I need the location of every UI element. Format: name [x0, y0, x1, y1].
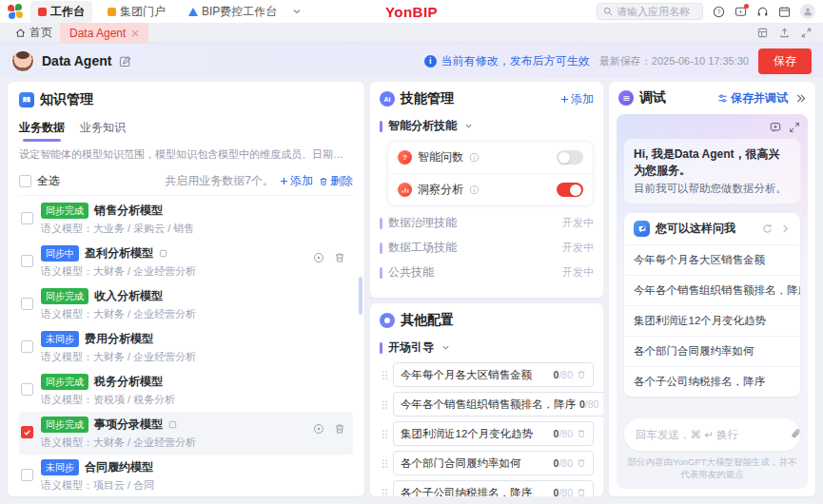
smart-query-icon: ? — [398, 150, 412, 165]
prompt-row: 今年各个销售组织销售额排名，降序 0/80 — [382, 392, 594, 417]
model-checkbox[interactable] — [21, 212, 33, 224]
add-skill-button[interactable]: 添加 — [560, 91, 594, 107]
tabs-chevron-down-icon[interactable] — [292, 7, 302, 16]
select-all-checkbox[interactable] — [19, 175, 31, 187]
refresh-icon[interactable] — [762, 223, 773, 234]
page-title: Data Agent — [42, 53, 111, 68]
group-portal-tab[interactable]: 集团门户 — [100, 1, 173, 23]
prompt-input[interactable]: 集团利润近12个月变化趋势 0/80 — [393, 421, 594, 446]
model-row[interactable]: 未同步费用分析模型 语义模型：大财务 / 企业经营分析 — [19, 326, 353, 369]
top-bar: 工作台 集团门户 BIP费控工作台 YonBIP ? — [0, 0, 823, 23]
model-settings-icon[interactable] — [313, 252, 324, 263]
welcome-message: Hi, 我是Data Agent，很高兴为您服务。 目前我可以帮助您做数据分析。 — [624, 139, 800, 204]
suggestion-item[interactable]: 各个部门合同履约率如何 — [624, 336, 800, 366]
model-row[interactable]: 同步完成收入分析模型 语义模型：大财务 / 企业经营分析 — [19, 283, 353, 326]
chevron-right-icon[interactable] — [780, 223, 791, 234]
save-button[interactable]: 保存 — [758, 48, 812, 74]
new-conversation-icon[interactable] — [770, 122, 781, 133]
locked-skill-row: 公共技能 开发中 — [380, 264, 594, 281]
prompt-delete-icon[interactable] — [602, 399, 603, 409]
knowledge-tabs: 业务数据 业务知识 — [19, 120, 353, 142]
suggestion-item[interactable]: 今年各个销售组织销售额排名，降序 — [624, 275, 800, 305]
model-row[interactable]: 同步完成税务分析模型 语义模型：资税项 / 税务分析 — [19, 369, 353, 412]
skills-panel: AI 技能管理 添加 智能分析技能 ? 智能问数 — [370, 82, 603, 298]
model-checkbox-checked[interactable] — [21, 426, 33, 438]
sync-status-badge: 同步完成 — [41, 417, 88, 433]
suggestion-item[interactable]: 集团利润近12个月变化趋势 — [624, 305, 800, 336]
help-icon[interactable]: ? — [713, 6, 725, 18]
ask-me-icon — [634, 221, 650, 237]
app-search[interactable] — [597, 3, 703, 20]
data-agent-tab[interactable]: Data Agent — [60, 23, 148, 43]
model-checkbox[interactable] — [21, 469, 33, 481]
suggestion-item[interactable]: 各个子公司纳税排名，降序 — [624, 366, 800, 397]
prompt-input[interactable]: 各个部门合同履约率如何 0/80 — [393, 451, 594, 475]
model-delete-icon[interactable] — [334, 252, 345, 263]
prompt-input[interactable]: 各个子公司纳税排名，降序 0/80 — [393, 480, 594, 496]
home-icon — [15, 28, 26, 38]
plus-icon — [560, 95, 569, 104]
message-icon[interactable] — [735, 6, 747, 18]
info-circle-icon[interactable] — [469, 152, 480, 163]
smart-query-toggle[interactable] — [557, 150, 583, 165]
model-row[interactable]: 同步完成销售分析模型 语义模型：大业务 / 采购云 / 销售 — [19, 198, 353, 241]
opening-guide-header[interactable]: 开场引导 — [380, 339, 594, 356]
prompt-delete-icon[interactable] — [577, 458, 586, 468]
knowledge-icon — [19, 92, 34, 107]
chat-input[interactable] — [636, 429, 782, 440]
collapse-panel-icon[interactable] — [795, 93, 806, 104]
suggestion-item[interactable]: 今年每个月各大区销售金额 — [624, 244, 800, 275]
attachment-icon[interactable] — [790, 429, 802, 441]
drag-handle-icon[interactable] — [382, 458, 388, 469]
model-checkbox[interactable] — [21, 255, 33, 267]
home-tab[interactable]: 首页 — [8, 23, 60, 43]
prompt-delete-icon[interactable] — [577, 488, 586, 496]
model-delete-icon[interactable] — [334, 423, 345, 435]
expand-chat-icon[interactable] — [789, 122, 800, 133]
model-settings-icon[interactable] — [313, 423, 324, 435]
model-row-selected[interactable]: 同步完成事项分录模型 语义模型：大财务 / 企业经营分析 — [19, 412, 353, 455]
prompt-list: 今年每个月各大区销售金额 0/80 今年各个销售组织销售额排名，降序 0/80 — [382, 362, 594, 496]
drag-handle-icon[interactable] — [382, 488, 388, 497]
save-and-debug-button[interactable]: 保存并调试 — [717, 90, 788, 107]
user-avatar[interactable] — [800, 4, 815, 19]
skill-row: 洞察分析 — [388, 173, 593, 205]
model-checkbox[interactable] — [21, 298, 33, 310]
workspace-tab[interactable]: 工作台 — [30, 1, 92, 23]
edit-title-icon[interactable] — [119, 55, 131, 68]
model-checkbox[interactable] — [21, 340, 33, 353]
app-search-input[interactable] — [617, 6, 696, 17]
tab-business-knowledge[interactable]: 业务知识 — [80, 120, 126, 142]
char-counter: 0/80 — [554, 368, 573, 381]
prompt-delete-icon[interactable] — [577, 370, 586, 379]
drag-handle-icon[interactable] — [382, 399, 388, 410]
tab-business-data[interactable]: 业务数据 — [19, 120, 65, 142]
delete-model-button[interactable]: 删除 — [319, 173, 353, 189]
model-detail-icon[interactable] — [168, 420, 177, 429]
prompt-input[interactable]: 今年每个月各大区销售金额 0/80 — [393, 362, 594, 387]
insight-analysis-toggle[interactable] — [557, 183, 583, 197]
info-circle-icon[interactable] — [469, 184, 480, 195]
layout-icon[interactable] — [757, 28, 768, 38]
prompt-input[interactable]: 今年各个销售组织销售额排名，降序 0/80 — [393, 392, 603, 417]
share-icon[interactable] — [779, 28, 790, 38]
drag-handle-icon[interactable] — [382, 370, 388, 380]
locked-skill-row: 数据治理技能 开发中 — [380, 215, 594, 231]
locked-skill-row: 数据工场技能 开发中 — [380, 240, 594, 256]
model-checkbox[interactable] — [21, 383, 33, 396]
scrollbar-thumb[interactable] — [359, 277, 363, 315]
model-row[interactable]: 同步中盈利分析模型 语义模型：大财务 / 企业经营分析 — [19, 241, 353, 283]
bip-expense-tab[interactable]: BIP费控工作台 — [181, 1, 284, 23]
yonyou-logo-icon[interactable] — [8, 4, 23, 19]
prompt-delete-icon[interactable] — [577, 429, 586, 438]
add-model-button[interactable]: 添加 — [280, 173, 313, 189]
fullscreen-icon[interactable] — [801, 28, 812, 38]
close-tab-icon[interactable] — [131, 29, 139, 37]
headset-icon[interactable] — [756, 6, 769, 18]
drag-handle-icon[interactable] — [382, 429, 388, 439]
skills-section-header[interactable]: 智能分析技能 — [380, 118, 594, 134]
calendar-icon[interactable] — [778, 6, 791, 18]
chevron-down-icon — [441, 343, 450, 352]
model-row[interactable]: 未同步合同履约模型 语义模型：项目云 / 合同 — [19, 455, 353, 496]
model-detail-icon[interactable] — [159, 249, 167, 258]
